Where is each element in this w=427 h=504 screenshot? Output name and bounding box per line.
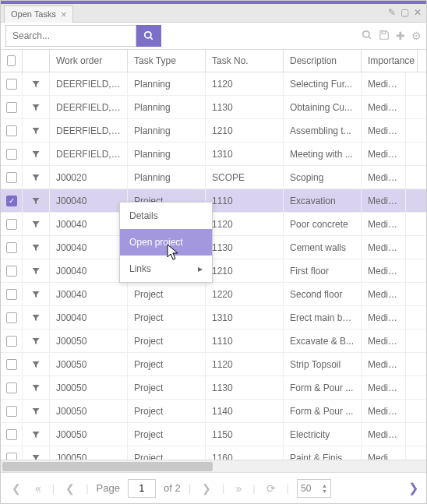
first-page-icon[interactable]: ❮ [9,482,24,495]
row-checkbox[interactable] [1,283,23,305]
close-window-icon[interactable]: ✕ [414,7,422,18]
row-checkbox[interactable] [1,353,23,375]
cell-importance: Medium [362,283,406,305]
col-task-no[interactable]: Task No. [206,50,284,72]
pager-next-main-icon[interactable]: ❯ [408,481,418,495]
row-filter-icon[interactable] [23,72,50,95]
row-checkbox[interactable] [1,96,23,118]
close-icon[interactable]: × [61,9,67,20]
row-filter-icon[interactable] [23,96,50,118]
cell-task-type: Project [128,353,206,375]
row-filter-icon[interactable] [23,446,50,460]
row-checkbox[interactable] [1,143,23,165]
row-checkbox[interactable]: ✓ [1,189,23,212]
table-row[interactable]: ✓J00040Project1110ExcavationMedium [1,189,426,213]
row-checkbox[interactable] [1,213,23,235]
gear-icon[interactable]: ⚙ [411,30,422,43]
refresh-icon[interactable]: ⟳ [263,482,279,495]
ctx-open-project[interactable]: Open project [120,229,212,256]
prev-page-icon[interactable]: ❮ [62,482,78,495]
col-task-type[interactable]: Task Type [128,50,206,72]
cell-work-order: J00040 [50,189,128,212]
row-filter-icon[interactable] [23,189,50,212]
add-icon[interactable]: ✚ [396,30,405,43]
row-checkbox[interactable] [1,119,23,142]
row-filter-icon[interactable] [23,236,50,259]
table-row[interactable]: J00040Project1210First floorMedium [1,259,426,283]
row-checkbox[interactable] [1,330,23,352]
cell-work-order: J00050 [50,353,128,375]
tab-open-tasks[interactable]: Open Tasks × [4,5,73,23]
col-description[interactable]: Description [284,50,362,72]
table-row[interactable]: J00050Project1110Excavate & B...Medium [1,330,426,353]
svg-point-2 [363,30,369,37]
svg-line-3 [369,36,371,38]
table-row[interactable]: J00040Project1220Second floorMedium [1,283,426,306]
page-size-input[interactable]: 50 ▲▼ [297,479,331,498]
row-filter-icon[interactable] [23,423,50,446]
cell-description: Poor concrete [284,213,362,235]
row-filter-icon[interactable] [23,119,50,142]
cell-task-no: 1130 [206,236,284,259]
row-checkbox[interactable] [1,446,23,460]
next-page-icon[interactable]: ❯ [199,482,214,495]
table-row[interactable]: DEERFIELD, 8 ...Planning1120Selecting Fu… [1,72,426,96]
cell-task-type: Planning [128,166,206,189]
table-row[interactable]: J00040Project1120Poor concreteMedium [1,213,426,236]
row-filter-icon[interactable] [23,306,50,329]
row-filter-icon[interactable] [23,213,50,235]
table-row[interactable]: J00020PlanningSCOPEScopingMedium [1,166,426,189]
table-row[interactable]: DEERFIELD, 8 ...Planning1130Obtaining Cu… [1,96,426,119]
row-checkbox[interactable] [1,72,23,95]
table-row[interactable]: J00050Project1130Form & Pour ...Medium [1,376,426,400]
table-row[interactable]: J00050Project1150ElectricityMedium [1,423,426,446]
cell-task-no: 1210 [206,259,284,282]
horizontal-scrollbar[interactable] [1,460,426,472]
save-icon[interactable] [379,30,390,43]
cell-importance: Medium [362,306,406,329]
table-row[interactable]: J00040Project1130Cement wallsMedium [1,236,426,259]
table-row[interactable]: J00050Project1120Strip TopsoilMedium [1,353,426,376]
row-checkbox[interactable] [1,259,23,282]
row-filter-icon[interactable] [23,330,50,352]
page-input[interactable] [128,479,156,498]
header-checkbox[interactable] [1,50,23,72]
row-filter-icon[interactable] [23,376,50,399]
cell-description: Assembling t... [284,119,362,142]
ctx-details[interactable]: Details [120,203,212,229]
ctx-links[interactable]: Links▸ [120,256,212,282]
popout-icon[interactable]: ▢ [401,7,409,18]
table-row[interactable]: DEERFIELD, 8 ...Planning1310Meeting with… [1,143,426,166]
row-filter-icon[interactable] [23,283,50,305]
row-checkbox[interactable] [1,376,23,399]
cell-task-type: Project [128,423,206,446]
table-body[interactable]: DEERFIELD, 8 ...Planning1120Selecting Fu… [1,72,426,460]
edit-icon[interactable]: ✎ [388,7,396,18]
table-row[interactable]: J00040Project1310Erect main be...Medium [1,306,426,330]
search-alt-icon[interactable] [362,30,372,43]
cell-task-no: 1130 [206,376,284,399]
search-input[interactable] [5,25,136,47]
cell-task-no: 1220 [206,283,284,305]
row-filter-icon[interactable] [23,353,50,375]
row-filter-icon[interactable] [23,143,50,165]
row-filter-icon[interactable] [23,400,50,422]
cell-task-type: Project [128,330,206,352]
first-page-double-icon[interactable]: « [32,482,44,495]
col-work-order[interactable]: Work order [50,50,128,72]
row-checkbox[interactable] [1,166,23,189]
row-checkbox[interactable] [1,236,23,259]
row-checkbox[interactable] [1,306,23,329]
search-button[interactable] [136,25,161,47]
stepper-icon[interactable]: ▲▼ [322,483,327,494]
table-row[interactable]: J00050Project1140Form & Pour ...Medium [1,400,426,423]
last-page-double-icon[interactable]: » [232,482,245,495]
table-row[interactable]: DEERFIELD, 8 ...Planning1210Assembling t… [1,119,426,143]
row-filter-icon[interactable] [23,166,50,189]
row-filter-icon[interactable] [23,259,50,282]
row-checkbox[interactable] [1,400,23,422]
table-row[interactable]: J00050Project1160Paint & Finish...Medium [1,446,426,460]
scrollbar-thumb[interactable] [2,462,213,471]
col-importance[interactable]: Importance [362,50,418,72]
row-checkbox[interactable] [1,423,23,446]
